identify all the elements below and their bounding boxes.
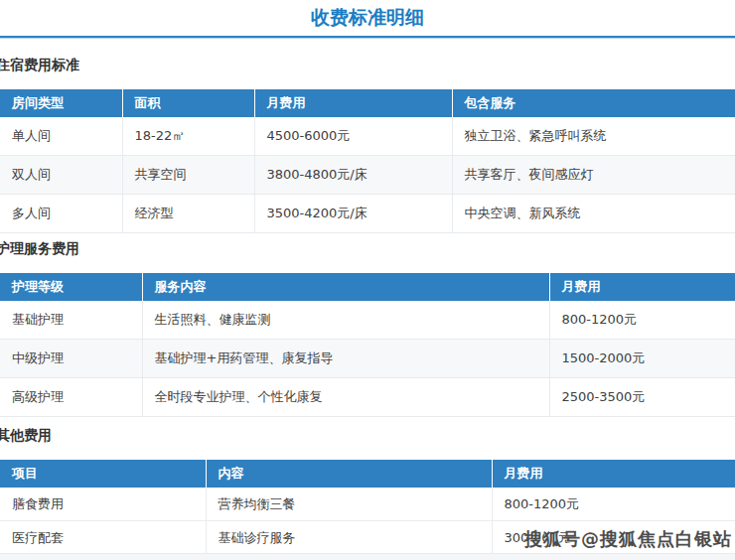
- table-cell: 基础护理: [0, 301, 142, 340]
- table-cell: 3500-4200元/床: [254, 195, 452, 233]
- table-row: 单人间18-22㎡4500-6000元独立卫浴、紧急呼叫系统: [0, 117, 735, 156]
- table-cell: 双人间: [0, 156, 122, 195]
- table-cell: 2500-3500元: [549, 378, 735, 417]
- table-cell: 中央空调、新风系统: [452, 195, 735, 233]
- table-cell: 高级护理: [0, 378, 142, 417]
- table-row: 膳食费用营养均衡三餐800-1200元: [0, 488, 735, 521]
- column-header: 护理等级: [0, 273, 142, 301]
- title-divider: [0, 36, 735, 38]
- table-row: 多人间经济型3500-4200元/床中央空调、新风系统: [0, 195, 735, 233]
- table-row: 高级护理全时段专业护理、个性化康复2500-3500元: [0, 378, 735, 417]
- table-cell: 生活照料、健康监测: [142, 301, 549, 340]
- sohu-watermark: 搜狐号@搜狐焦点白银站: [524, 527, 732, 551]
- page-title: 收费标准明细: [0, 5, 735, 31]
- header-row: 护理等级服务内容月费用: [0, 273, 735, 301]
- column-header: 包含服务: [452, 89, 735, 117]
- section-heading-accommodation: 住宿费用标准: [0, 57, 79, 74]
- table-cell: 中级护理: [0, 340, 142, 378]
- table-cell: 800-1200元: [492, 488, 735, 521]
- table-cell: 800-1200元: [549, 301, 735, 340]
- section-heading-nursing: 护理服务费用: [0, 240, 79, 258]
- table-row: 双人间共享空间3800-4800元/床共享客厅、夜间感应灯: [0, 156, 735, 195]
- column-header: 内容: [206, 460, 492, 488]
- column-header: 面积: [122, 89, 254, 117]
- table-cell: 单人间: [0, 117, 122, 156]
- table-row: 基础护理生活照料、健康监测800-1200元: [0, 301, 735, 340]
- table-cell: 4500-6000元: [254, 117, 452, 156]
- header-row: 项目内容月费用: [0, 460, 735, 488]
- table-cell: 3800-4800元/床: [254, 156, 452, 195]
- table-cell: 1500-2000元: [549, 340, 735, 378]
- table-cell: 全时段专业护理、个性化康复: [142, 378, 549, 417]
- table-cell: 共享空间: [122, 156, 254, 195]
- clipped-next-row: [0, 553, 735, 560]
- table-cell: 基础护理+用药管理、康复指导: [142, 340, 549, 378]
- table-cell: 多人间: [0, 195, 122, 233]
- column-header: 月费用: [254, 89, 452, 117]
- column-header: 房间类型: [0, 89, 122, 117]
- table-cell: 独立卫浴、紧急呼叫系统: [452, 117, 735, 156]
- accommodation-fee-table: 房间类型面积月费用包含服务单人间18-22㎡4500-6000元独立卫浴、紧急呼…: [0, 89, 735, 233]
- fee-schedule-page: 收费标准明细 住宿费用标准 房间类型面积月费用包含服务单人间18-22㎡4500…: [0, 0, 735, 560]
- table-cell: 18-22㎡: [122, 117, 254, 156]
- table-cell: 经济型: [122, 195, 254, 233]
- table-cell: 医疗配套: [0, 521, 206, 555]
- column-header: 项目: [0, 460, 206, 488]
- table-row: 中级护理基础护理+用药管理、康复指导1500-2000元: [0, 340, 735, 378]
- section-heading-other: 其他费用: [0, 427, 52, 445]
- table-cell: 共享客厅、夜间感应灯: [452, 156, 735, 195]
- column-header: 月费用: [549, 273, 735, 301]
- column-header: 月费用: [492, 460, 735, 488]
- table-cell: 膳食费用: [0, 488, 206, 521]
- column-header: 服务内容: [142, 273, 549, 301]
- table-cell: 基础诊疗服务: [206, 521, 492, 555]
- nursing-fee-table: 护理等级服务内容月费用基础护理生活照料、健康监测800-1200元中级护理基础护…: [0, 273, 735, 417]
- table-cell: 营养均衡三餐: [206, 488, 492, 521]
- header-row: 房间类型面积月费用包含服务: [0, 89, 735, 117]
